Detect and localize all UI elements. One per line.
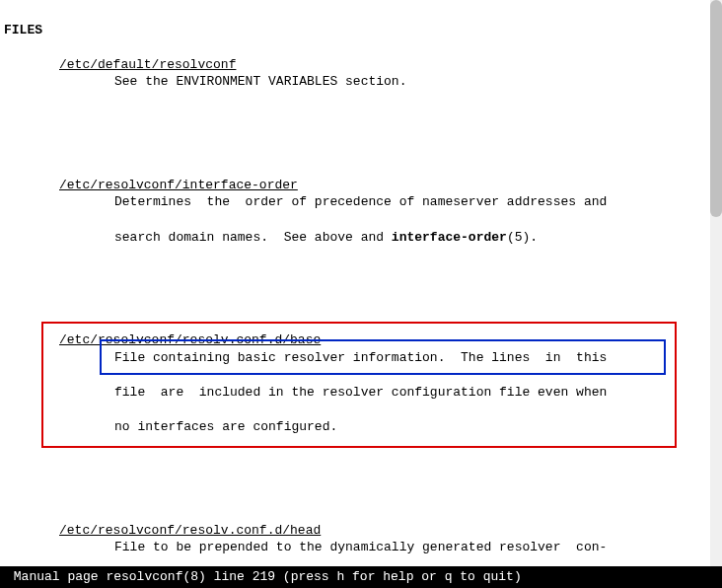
file-path: /etc/resolvconf/resolv.conf.d/head bbox=[59, 522, 321, 540]
file-entry: /etc/resolvconf/interface-order Determin… bbox=[4, 159, 714, 262]
file-path: /etc/resolvconf/interface-order bbox=[59, 177, 298, 194]
annotation-blue-box bbox=[100, 339, 666, 375]
file-desc: search domain names. See above and inter… bbox=[114, 229, 667, 247]
section-header-files: FILES bbox=[4, 23, 42, 37]
file-desc: See the ENVIRONMENT VARIABLES section. bbox=[114, 73, 667, 91]
file-entry: /etc/resolvconf/resolv.conf.d/head File … bbox=[4, 504, 714, 568]
bold-ref: interface-order bbox=[392, 230, 507, 245]
man-status-bar[interactable]: Manual page resolvconf(8) line 219 (pres… bbox=[0, 566, 722, 588]
scrollbar-track[interactable] bbox=[710, 0, 722, 568]
file-path: /etc/default/resolvconf bbox=[59, 56, 236, 74]
man-page-content: FILES /etc/default/resolvconf See the EN… bbox=[0, 0, 722, 568]
file-desc: File to be prepended to the dynamically … bbox=[114, 539, 667, 556]
file-desc: Determines the order of precedence of na… bbox=[114, 193, 667, 211]
scrollbar-thumb[interactable] bbox=[710, 0, 722, 217]
file-entry: /etc/default/resolvconf See the ENVIRONM… bbox=[4, 38, 714, 108]
